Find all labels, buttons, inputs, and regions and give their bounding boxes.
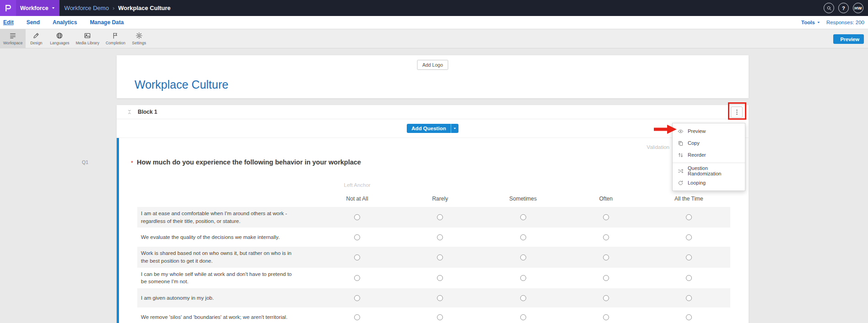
question-text[interactable]: How much do you experience the following… (137, 159, 361, 166)
menu-item-copy[interactable]: Copy (673, 137, 745, 149)
workspace-icon (9, 32, 16, 39)
search-button[interactable] (824, 3, 834, 13)
scale-point-label[interactable]: Not at All (316, 196, 399, 202)
radio-button[interactable] (520, 314, 526, 320)
topbar: Workforce Workforce Demo › Workplace Cul… (0, 0, 868, 16)
tab-send[interactable]: Send (27, 19, 40, 26)
block-header: Block 1 (117, 105, 749, 119)
statement-text[interactable]: We evaluate the quality of the decisions… (137, 231, 316, 244)
product-logo-icon[interactable] (0, 0, 16, 16)
tab-manage-data[interactable]: Manage Data (90, 19, 124, 26)
validation-label: Validation (647, 144, 669, 150)
add-logo-button[interactable]: Add Logo (417, 60, 448, 70)
responses-count[interactable]: Responses: 200 (826, 20, 864, 25)
scale-point-label[interactable]: Rarely (399, 196, 481, 202)
breadcrumb-project[interactable]: Workforce Demo (65, 5, 109, 11)
radio-button[interactable] (437, 295, 443, 301)
toolbar-item-languages[interactable]: Languages (47, 29, 72, 48)
search-icon (826, 5, 832, 11)
caret-down-icon (453, 127, 457, 130)
toolbar-item-label: Completion (106, 41, 125, 45)
radio-button[interactable] (354, 234, 360, 240)
radio-button[interactable] (603, 234, 609, 240)
breadcrumb-current: Workplace Culture (118, 5, 171, 11)
product-switcher[interactable]: Workforce (16, 0, 59, 16)
radio-button[interactable] (354, 295, 360, 301)
radio-button[interactable] (437, 214, 443, 220)
menu-item-label: Preview (688, 128, 706, 134)
menu-item-looping[interactable]: Looping (673, 177, 745, 189)
scale-header-row: Not at AllRarelySometimesOftenAll the Ti… (137, 196, 730, 202)
radio-button[interactable] (603, 295, 609, 301)
radio-button[interactable] (354, 214, 360, 220)
matrix-table: Left Anchor Not at AllRarelySometimesOft… (137, 181, 730, 323)
radio-button[interactable] (520, 234, 526, 240)
survey-header-card: Add Logo Workplace Culture (117, 55, 749, 98)
scale-point-label[interactable]: All the Time (647, 196, 730, 202)
menu-item-question-randomization[interactable]: Question Randomization (673, 165, 745, 177)
radio-button[interactable] (603, 275, 609, 281)
left-anchor-placeholder[interactable]: Left Anchor (344, 182, 371, 188)
toolbar-item-workspace[interactable]: Workspace (0, 29, 26, 48)
add-question-dropdown-button[interactable] (451, 124, 458, 133)
help-icon: ? (842, 5, 845, 11)
radio-button[interactable] (520, 295, 526, 301)
toolbar-item-settings[interactable]: Settings (129, 29, 150, 48)
collapse-block-button[interactable] (125, 107, 134, 116)
radio-button[interactable] (354, 275, 360, 281)
radio-button[interactable] (520, 254, 526, 260)
design-icon (32, 32, 40, 39)
radio-button[interactable] (603, 314, 609, 320)
statement-text[interactable]: I am at ease and comfortable when I'm ar… (137, 207, 316, 228)
radio-button[interactable] (686, 314, 692, 320)
survey-title[interactable]: Workplace Culture (135, 78, 228, 91)
radio-button[interactable] (354, 314, 360, 320)
toolbar-item-completion[interactable]: Completion (102, 29, 129, 48)
tools-menu-button[interactable]: Tools (801, 20, 820, 25)
toolbar-item-media-library[interactable]: Media Library (72, 29, 102, 48)
radio-button[interactable] (437, 254, 443, 260)
anchor-spacer (137, 181, 316, 188)
radio-button[interactable] (686, 214, 692, 220)
scale-point-label[interactable]: Often (565, 196, 647, 202)
tab-analytics[interactable]: Analytics (53, 19, 77, 26)
radio-button[interactable] (520, 275, 526, 281)
statement-text[interactable]: We remove 'silos' and 'boundaries' at wo… (137, 311, 316, 323)
question-card[interactable]: Validation * How much do you experience … (117, 138, 749, 323)
radio-button[interactable] (686, 275, 692, 281)
preview-button[interactable]: Preview (833, 34, 864, 44)
avatar[interactable]: HW (853, 3, 863, 13)
radio-button[interactable] (603, 254, 609, 260)
radio-button[interactable] (603, 214, 609, 220)
matrix-row: We remove 'silos' and 'boundaries' at wo… (137, 307, 730, 323)
scale-point-label[interactable]: Sometimes (481, 196, 564, 202)
menu-item-preview[interactable]: Preview (673, 125, 745, 137)
radio-button[interactable] (686, 254, 692, 260)
statement-text[interactable]: I can be my whole self while at work and… (137, 268, 316, 288)
tab-edit[interactable]: Edit (3, 19, 14, 26)
help-button[interactable]: ? (838, 3, 849, 13)
radio-button[interactable] (437, 314, 443, 320)
radio-button[interactable] (437, 275, 443, 281)
languages-icon (56, 32, 63, 39)
matrix-body: I am at ease and comfortable when I'm ar… (137, 207, 730, 323)
completion-icon (112, 32, 119, 39)
header-spacer (137, 196, 316, 202)
add-question-button[interactable]: Add Question (407, 124, 450, 133)
menu-item-label: Question Randomization (688, 165, 740, 176)
menu-item-reorder[interactable]: Reorder (673, 149, 745, 161)
block-card: Block 1 Add Question Validation * How mu… (117, 105, 749, 323)
tab-navigation: EditSendAnalyticsManage Data Tools Respo… (0, 16, 868, 29)
block-name[interactable]: Block 1 (138, 109, 157, 115)
radio-button[interactable] (437, 234, 443, 240)
radio-button[interactable] (686, 295, 692, 301)
radio-button[interactable] (520, 214, 526, 220)
toolbar-item-design[interactable]: Design (26, 29, 47, 48)
statement-text[interactable]: I am given autonomy in my job. (137, 291, 316, 305)
statement-text[interactable]: Work is shared based not on who owns it,… (137, 247, 316, 267)
toolbar-item-label: Media Library (75, 41, 99, 45)
caret-down-icon (51, 6, 55, 10)
radio-button[interactable] (686, 234, 692, 240)
required-marker: * (131, 159, 133, 166)
radio-button[interactable] (354, 254, 360, 260)
